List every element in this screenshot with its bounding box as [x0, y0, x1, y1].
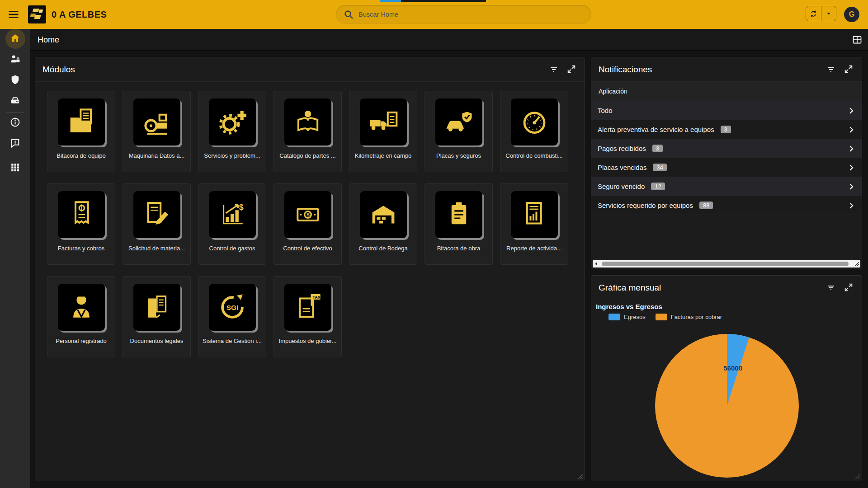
module-tile[interactable]: Facturas y cobros — [47, 183, 115, 265]
module-tile[interactable]: Maquinaria Datos a... — [123, 91, 191, 172]
scroll-left-icon[interactable] — [593, 261, 599, 267]
svg-text:$: $ — [239, 203, 243, 212]
notification-item[interactable]: Seguro vencido 12 — [591, 177, 862, 196]
filter-list-icon — [826, 64, 836, 75]
scroll-resize-icon[interactable] — [854, 261, 860, 267]
sidebar-item-info[interactable] — [0, 113, 30, 133]
sidebar-item-home[interactable] — [0, 29, 30, 49]
chevron-right-icon — [847, 202, 855, 210]
top-strip-blue — [380, 0, 401, 2]
module-tile[interactable]: Personal registrado — [47, 276, 115, 357]
menu-toggle-button[interactable] — [7, 8, 20, 21]
notification-item[interactable]: Todo — [591, 101, 862, 120]
module-tile-label: Facturas y cobros — [58, 245, 104, 252]
home-icon — [9, 33, 21, 46]
notification-count-badge: 12 — [651, 183, 665, 190]
layout-grid-button[interactable] — [852, 34, 863, 45]
svg-text:TAX: TAX — [312, 295, 320, 300]
breadcrumb-bar: Home — [30, 29, 868, 51]
search-input[interactable] — [359, 5, 585, 24]
notification-label: Placas vencidas — [598, 164, 646, 171]
app-title: 0 A GELBES — [52, 0, 107, 29]
module-tile[interactable]: $ Control de efectivo — [274, 183, 342, 265]
refresh-icon — [809, 9, 818, 18]
module-tile[interactable]: Control de combusti... — [500, 91, 568, 172]
module-tile-label: Bitacora de obra — [437, 245, 480, 252]
page-title: Home — [38, 29, 59, 51]
notification-item[interactable]: Servicios requerido por equipos 88 — [591, 196, 862, 215]
module-tile[interactable]: Control de Bodega — [349, 183, 417, 265]
chart-filter-button[interactable] — [826, 282, 836, 293]
shield-icon — [9, 74, 21, 87]
chart-panel-title: Gráfica mensual — [599, 283, 818, 293]
module-tile-label: Control de combusti... — [505, 152, 562, 159]
caret-down-icon — [826, 10, 832, 17]
module-tile-label: Control de gastos — [209, 245, 255, 252]
legend-label: Egresos — [624, 314, 646, 320]
notification-item[interactable]: Pagos recibidos 3 — [591, 139, 862, 158]
top-strip-dark — [401, 0, 486, 2]
legal-documents-icon — [133, 284, 180, 331]
invoice-icon — [58, 191, 105, 238]
module-tile[interactable]: Catalogo de partes ... — [274, 91, 342, 172]
modules-panel-header: Módulos — [35, 57, 585, 82]
horizontal-scrollbar[interactable] — [593, 260, 860, 267]
worker-icon — [58, 284, 105, 331]
notifications-expand-button[interactable] — [844, 64, 854, 75]
info-icon — [9, 117, 21, 130]
module-tile[interactable]: Bitacora de obra — [425, 183, 493, 265]
pie-data-label: 56000 — [723, 364, 742, 372]
module-tile[interactable]: SGI Sistema de Gestión i... — [198, 276, 266, 357]
notifications-title: Notificaciones — [599, 65, 818, 75]
sidebar-item-apps[interactable] — [0, 158, 30, 178]
refresh-dropdown-button[interactable] — [821, 6, 836, 21]
chart-expand-button[interactable] — [844, 282, 854, 293]
sidebar-item-security[interactable] — [0, 70, 30, 90]
resize-corner-icon[interactable] — [576, 472, 583, 479]
notification-item[interactable]: Placas vencidas 34 — [591, 158, 862, 177]
notifications-panel: Notificaciones Aplicación Todo Alerta pr… — [591, 57, 862, 269]
refresh-button[interactable] — [806, 6, 821, 21]
pie-slice-facturas[interactable] — [655, 334, 799, 478]
sync-split-button — [806, 6, 836, 21]
module-tile[interactable]: Placas y seguros — [425, 91, 493, 172]
module-tile[interactable]: Kilometraje en campo — [349, 91, 417, 172]
svg-text:$: $ — [307, 212, 310, 217]
monthly-chart-panel: Gráfica mensual Ingresos vs Egresos Egre… — [591, 275, 862, 481]
notifications-filter-button[interactable] — [826, 64, 836, 75]
module-tile[interactable]: Reporte de activida... — [500, 183, 568, 265]
resize-corner-icon[interactable] — [853, 472, 860, 479]
notification-item[interactable]: Alerta preventiva de servicio a equipos … — [591, 120, 862, 139]
module-tile[interactable]: $ Control de gastos — [198, 183, 266, 265]
modules-filter-button[interactable] — [548, 64, 559, 75]
module-tile[interactable]: Documentos legales — [123, 276, 191, 357]
sidebar-item-storage[interactable] — [0, 91, 30, 111]
modules-title: Módulos — [42, 65, 541, 75]
legend-swatch — [609, 314, 620, 320]
module-tile[interactable]: Bitacora de equipo — [47, 91, 115, 172]
pie-slice-egresos[interactable] — [727, 334, 749, 406]
folder-document-icon — [58, 99, 105, 145]
sidebar-item-users[interactable] — [0, 50, 30, 70]
module-tile-label: Personal registrado — [56, 338, 107, 344]
module-tile[interactable]: TAX Impuestos de gobier... — [274, 276, 342, 357]
sgi-system-icon: SGI — [209, 284, 256, 331]
module-tile[interactable]: Servicios y problem... — [198, 91, 266, 172]
user-avatar[interactable]: G — [844, 7, 859, 22]
module-tile[interactable]: Solicitud de materia... — [123, 183, 191, 265]
modules-expand-button[interactable] — [566, 64, 577, 75]
document-pencil-icon — [133, 191, 180, 238]
module-tile-label: Placas y seguros — [436, 152, 481, 159]
notification-count-badge: 88 — [699, 202, 713, 209]
scrollbar-thumb[interactable] — [602, 262, 849, 266]
module-tile-label: Servicios y problem... — [204, 152, 260, 159]
cash-icon: $ — [284, 191, 331, 238]
module-tile-label: Catalogo de partes ... — [279, 152, 335, 159]
legend-swatch — [656, 314, 667, 320]
notifications-panel-header: Notificaciones — [591, 57, 862, 82]
sidebar-item-feedback[interactable] — [0, 134, 30, 154]
search-bar — [336, 5, 591, 24]
chevron-right-icon — [847, 164, 855, 172]
user-lock-icon — [9, 53, 21, 66]
app-logo-icon — [28, 5, 46, 23]
